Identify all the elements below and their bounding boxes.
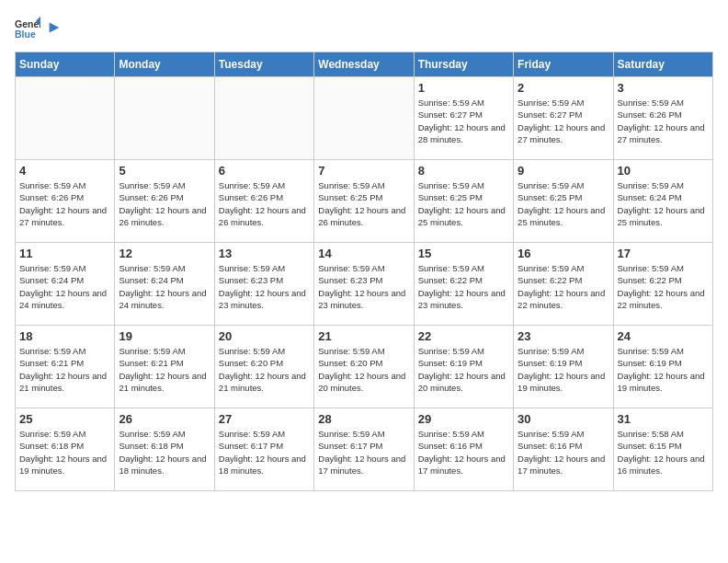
day-info: Sunrise: 5:58 AM Sunset: 6:15 PM Dayligh… [618, 428, 709, 477]
calendar-cell: 16Sunrise: 5:59 AM Sunset: 6:22 PM Dayli… [514, 243, 613, 326]
day-number: 11 [19, 247, 110, 260]
page-header: General Blue [15, 15, 713, 40]
calendar-cell [16, 77, 115, 160]
day-number: 18 [19, 329, 110, 343]
day-number: 14 [318, 247, 409, 260]
day-info: Sunrise: 5:59 AM Sunset: 6:19 PM Dayligh… [518, 345, 609, 394]
day-number: 6 [219, 164, 310, 178]
day-number: 21 [318, 329, 409, 343]
calendar-cell: 21Sunrise: 5:59 AM Sunset: 6:20 PM Dayli… [314, 326, 414, 408]
logo: General Blue [15, 15, 63, 40]
day-info: Sunrise: 5:59 AM Sunset: 6:20 PM Dayligh… [318, 345, 409, 394]
day-info: Sunrise: 5:59 AM Sunset: 6:18 PM Dayligh… [19, 428, 110, 477]
calendar-cell: 2Sunrise: 5:59 AM Sunset: 6:27 PM Daylig… [514, 77, 613, 160]
svg-marker-3 [50, 23, 60, 33]
logo-icon: General Blue [15, 15, 40, 40]
day-info: Sunrise: 5:59 AM Sunset: 6:26 PM Dayligh… [618, 97, 709, 145]
day-number: 10 [618, 164, 709, 178]
day-info: Sunrise: 5:59 AM Sunset: 6:26 PM Dayligh… [119, 179, 210, 228]
day-number: 8 [418, 164, 509, 178]
logo-arrow-icon [46, 19, 63, 36]
day-info: Sunrise: 5:59 AM Sunset: 6:24 PM Dayligh… [19, 262, 110, 311]
day-info: Sunrise: 5:59 AM Sunset: 6:23 PM Dayligh… [219, 262, 310, 311]
calendar-cell [314, 77, 414, 160]
day-number: 7 [318, 164, 409, 178]
calendar-week-4: 18Sunrise: 5:59 AM Sunset: 6:21 PM Dayli… [16, 326, 713, 408]
day-number: 1 [418, 81, 509, 95]
day-number: 15 [418, 247, 509, 260]
day-number: 28 [318, 412, 409, 426]
day-info: Sunrise: 5:59 AM Sunset: 6:24 PM Dayligh… [119, 262, 210, 311]
calendar-cell: 4Sunrise: 5:59 AM Sunset: 6:26 PM Daylig… [16, 160, 115, 243]
day-number: 20 [219, 329, 310, 343]
day-number: 17 [618, 247, 709, 260]
day-number: 24 [618, 329, 709, 343]
day-info: Sunrise: 5:59 AM Sunset: 6:25 PM Dayligh… [518, 179, 609, 228]
calendar-table: SundayMondayTuesdayWednesdayThursdayFrid… [15, 52, 713, 491]
day-number: 4 [19, 164, 110, 178]
day-number: 31 [618, 412, 709, 426]
calendar-cell [214, 77, 313, 160]
calendar-header-row: SundayMondayTuesdayWednesdayThursdayFrid… [16, 52, 713, 77]
calendar-cell: 20Sunrise: 5:59 AM Sunset: 6:20 PM Dayli… [214, 326, 313, 408]
calendar-cell: 12Sunrise: 5:59 AM Sunset: 6:24 PM Dayli… [115, 243, 214, 326]
day-info: Sunrise: 5:59 AM Sunset: 6:23 PM Dayligh… [318, 262, 409, 311]
day-number: 5 [119, 164, 210, 178]
calendar-cell: 11Sunrise: 5:59 AM Sunset: 6:24 PM Dayli… [16, 243, 115, 326]
calendar-week-3: 11Sunrise: 5:59 AM Sunset: 6:24 PM Dayli… [16, 243, 713, 326]
calendar-cell: 1Sunrise: 5:59 AM Sunset: 6:27 PM Daylig… [414, 77, 513, 160]
calendar-cell: 24Sunrise: 5:59 AM Sunset: 6:19 PM Dayli… [613, 326, 712, 408]
calendar-cell: 28Sunrise: 5:59 AM Sunset: 6:17 PM Dayli… [314, 408, 414, 491]
day-info: Sunrise: 5:59 AM Sunset: 6:22 PM Dayligh… [618, 262, 709, 311]
day-number: 9 [518, 164, 609, 178]
calendar-cell: 15Sunrise: 5:59 AM Sunset: 6:22 PM Dayli… [414, 243, 513, 326]
calendar-cell: 8Sunrise: 5:59 AM Sunset: 6:25 PM Daylig… [414, 160, 513, 243]
day-info: Sunrise: 5:59 AM Sunset: 6:16 PM Dayligh… [518, 428, 609, 477]
calendar-week-2: 4Sunrise: 5:59 AM Sunset: 6:26 PM Daylig… [16, 160, 713, 243]
day-info: Sunrise: 5:59 AM Sunset: 6:25 PM Dayligh… [318, 179, 409, 228]
calendar-cell: 13Sunrise: 5:59 AM Sunset: 6:23 PM Dayli… [214, 243, 313, 326]
day-info: Sunrise: 5:59 AM Sunset: 6:18 PM Dayligh… [119, 428, 210, 477]
day-number: 16 [518, 247, 609, 260]
day-info: Sunrise: 5:59 AM Sunset: 6:25 PM Dayligh… [418, 179, 509, 228]
calendar-cell: 29Sunrise: 5:59 AM Sunset: 6:16 PM Dayli… [414, 408, 513, 491]
day-number: 23 [518, 329, 609, 343]
day-number: 22 [418, 329, 509, 343]
day-info: Sunrise: 5:59 AM Sunset: 6:22 PM Dayligh… [418, 262, 509, 311]
day-header-thursday: Thursday [414, 52, 513, 77]
day-info: Sunrise: 5:59 AM Sunset: 6:21 PM Dayligh… [119, 345, 210, 394]
day-info: Sunrise: 5:59 AM Sunset: 6:26 PM Dayligh… [19, 179, 110, 228]
calendar-week-5: 25Sunrise: 5:59 AM Sunset: 6:18 PM Dayli… [16, 408, 713, 491]
day-number: 2 [518, 81, 609, 95]
day-info: Sunrise: 5:59 AM Sunset: 6:20 PM Dayligh… [219, 345, 310, 394]
day-number: 25 [19, 412, 110, 426]
day-info: Sunrise: 5:59 AM Sunset: 6:19 PM Dayligh… [618, 345, 709, 394]
calendar-cell: 7Sunrise: 5:59 AM Sunset: 6:25 PM Daylig… [314, 160, 414, 243]
day-header-friday: Friday [514, 52, 613, 77]
day-info: Sunrise: 5:59 AM Sunset: 6:27 PM Dayligh… [418, 97, 509, 145]
calendar-cell: 23Sunrise: 5:59 AM Sunset: 6:19 PM Dayli… [514, 326, 613, 408]
day-header-saturday: Saturday [613, 52, 712, 77]
calendar-cell: 5Sunrise: 5:59 AM Sunset: 6:26 PM Daylig… [115, 160, 214, 243]
day-number: 19 [119, 329, 210, 343]
calendar-cell: 6Sunrise: 5:59 AM Sunset: 6:26 PM Daylig… [214, 160, 313, 243]
day-number: 29 [418, 412, 509, 426]
calendar-cell: 18Sunrise: 5:59 AM Sunset: 6:21 PM Dayli… [16, 326, 115, 408]
day-info: Sunrise: 5:59 AM Sunset: 6:22 PM Dayligh… [518, 262, 609, 311]
day-number: 30 [518, 412, 609, 426]
calendar-week-1: 1Sunrise: 5:59 AM Sunset: 6:27 PM Daylig… [16, 77, 713, 160]
calendar-cell: 25Sunrise: 5:59 AM Sunset: 6:18 PM Dayli… [16, 408, 115, 491]
calendar-cell: 17Sunrise: 5:59 AM Sunset: 6:22 PM Dayli… [613, 243, 712, 326]
calendar-cell: 22Sunrise: 5:59 AM Sunset: 6:19 PM Dayli… [414, 326, 513, 408]
day-info: Sunrise: 5:59 AM Sunset: 6:17 PM Dayligh… [219, 428, 310, 477]
calendar-cell: 19Sunrise: 5:59 AM Sunset: 6:21 PM Dayli… [115, 326, 214, 408]
day-info: Sunrise: 5:59 AM Sunset: 6:24 PM Dayligh… [618, 179, 709, 228]
day-header-sunday: Sunday [16, 52, 115, 77]
calendar-cell: 30Sunrise: 5:59 AM Sunset: 6:16 PM Dayli… [514, 408, 613, 491]
day-header-wednesday: Wednesday [314, 52, 414, 77]
day-info: Sunrise: 5:59 AM Sunset: 6:16 PM Dayligh… [418, 428, 509, 477]
calendar-cell: 27Sunrise: 5:59 AM Sunset: 6:17 PM Dayli… [214, 408, 313, 491]
svg-text:Blue: Blue [15, 29, 36, 40]
day-info: Sunrise: 5:59 AM Sunset: 6:21 PM Dayligh… [19, 345, 110, 394]
calendar-body: 1Sunrise: 5:59 AM Sunset: 6:27 PM Daylig… [16, 77, 713, 491]
